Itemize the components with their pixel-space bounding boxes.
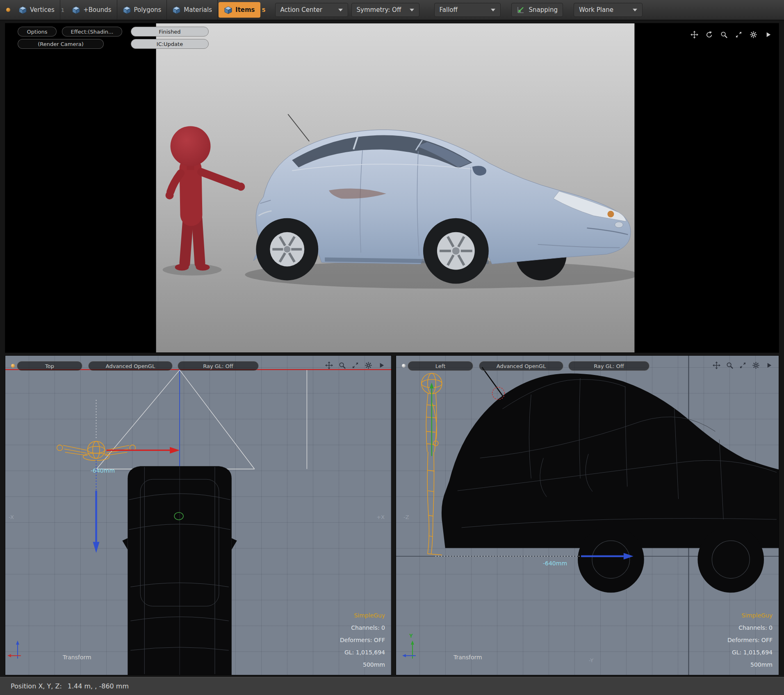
- tab-items-label: Items: [235, 6, 255, 14]
- car-wireframe-side[interactable]: [442, 367, 779, 593]
- opengl-mode-label: Advanced OpenGL: [497, 363, 546, 369]
- pan-icon[interactable]: [713, 361, 720, 369]
- camera-viewport[interactable]: Options Effect:(Shadin... Finished (Rend…: [5, 23, 779, 353]
- tab-vertices-label: Vertices: [30, 6, 55, 14]
- work-plane-label: Work Plane: [579, 6, 613, 14]
- tab-items[interactable]: Items: [219, 2, 260, 18]
- options-button[interactable]: Options: [18, 27, 57, 37]
- top-viewport[interactable]: Top Advanced OpenGL Ray GL: Off -640mm -…: [5, 355, 392, 675]
- mesh-icon: [172, 6, 181, 14]
- axis-widget: [7, 640, 21, 658]
- ic-update-label: IC:Update: [157, 41, 183, 47]
- tab-materials[interactable]: Materials: [167, 0, 218, 20]
- zoom-icon[interactable]: [720, 31, 728, 39]
- tab-polygons-label: Polygons: [134, 6, 162, 14]
- chevron-down-icon: [491, 9, 495, 11]
- rotate-icon[interactable]: [705, 31, 713, 39]
- tab-items-badge: 5: [262, 7, 266, 13]
- work-plane-dropdown[interactable]: Work Plane: [574, 3, 643, 17]
- chevron-down-icon: [410, 9, 414, 11]
- effect-button[interactable]: Effect:(Shadin...: [62, 27, 122, 37]
- tab-polygons[interactable]: Polygons: [117, 0, 167, 20]
- move-handle-z[interactable]: [93, 460, 100, 553]
- snapping-button[interactable]: Snapping: [511, 3, 563, 17]
- layout-dot-icon[interactable]: [6, 8, 10, 12]
- viewport-tool-icons: [691, 31, 772, 39]
- mesh-icon: [72, 6, 80, 14]
- left-viewport[interactable]: Left Advanced OpenGL Ray GL: Off -640mm …: [396, 355, 779, 675]
- position-value: 1.44 m, , -860 mm: [68, 682, 129, 690]
- left-view-scene[interactable]: [396, 356, 779, 675]
- maximize-icon[interactable]: [739, 361, 747, 369]
- play-icon[interactable]: [378, 361, 385, 369]
- top-view-scene[interactable]: [5, 356, 391, 675]
- snapping-icon: [517, 6, 525, 14]
- effect-label: Effect:(Shadin...: [71, 29, 114, 35]
- opengl-mode-button[interactable]: Advanced OpenGL: [479, 361, 563, 371]
- view-type-button[interactable]: Top: [17, 361, 82, 371]
- symmetry-label: Symmetry: Off: [357, 6, 401, 14]
- settings-icon[interactable]: [365, 361, 372, 369]
- mesh-icon: [18, 6, 27, 14]
- options-label: Options: [27, 29, 47, 35]
- raygl-label: Ray GL: Off: [594, 363, 624, 369]
- tab-materials-label: Materials: [184, 6, 212, 14]
- render-camera-label: (Render Camera): [38, 41, 84, 47]
- play-icon[interactable]: [764, 31, 772, 39]
- maximize-icon[interactable]: [351, 361, 359, 369]
- raygl-button[interactable]: Ray GL: Off: [178, 361, 259, 371]
- action-center-label: Action Center: [280, 6, 322, 14]
- falloff-label: Falloff: [440, 6, 458, 14]
- zoom-icon[interactable]: [338, 361, 346, 369]
- mesh-icon: [123, 6, 131, 14]
- finished-button[interactable]: Finished: [131, 27, 209, 37]
- chevron-down-icon: [338, 9, 343, 11]
- tab-vertices-badge: 1: [61, 7, 64, 13]
- zoom-icon[interactable]: [726, 361, 734, 369]
- opengl-mode-label: Advanced OpenGL: [106, 363, 155, 369]
- action-center-dropdown[interactable]: Action Center: [275, 3, 348, 17]
- snapping-label: Snapping: [529, 6, 558, 14]
- maximize-icon[interactable]: [735, 31, 743, 39]
- finished-label: Finished: [159, 29, 180, 35]
- status-bar: Position X, Y, Z: 1.44 m, , -860 mm: [0, 677, 784, 695]
- camera-frustum: [97, 370, 307, 469]
- viewport-indicator-dot[interactable]: [402, 364, 406, 368]
- opengl-mode-button[interactable]: Advanced OpenGL: [88, 361, 173, 371]
- pan-icon[interactable]: [325, 361, 333, 369]
- play-icon[interactable]: [765, 361, 773, 369]
- viewport-indicator-dot[interactable]: [11, 364, 15, 368]
- viewport-tool-icons: [713, 361, 773, 369]
- chevron-down-icon: [633, 9, 637, 11]
- render-camera-button[interactable]: (Render Camera): [18, 39, 104, 49]
- ic-update-button[interactable]: IC:Update: [131, 39, 209, 49]
- raygl-label: Ray GL: Off: [203, 363, 233, 369]
- symmetry-dropdown[interactable]: Symmetry: Off: [351, 3, 419, 17]
- viewport-tool-icons: [325, 361, 385, 369]
- raygl-button[interactable]: Ray GL: Off: [568, 361, 650, 371]
- tab-bounds-label: +Bounds: [83, 6, 111, 14]
- main-toolbar: Vertices 1 +Bounds Polygons Materials It…: [0, 0, 784, 21]
- pan-icon[interactable]: [691, 31, 698, 39]
- tab-bounds[interactable]: +Bounds: [66, 0, 117, 20]
- settings-icon[interactable]: [750, 31, 757, 39]
- view-type-label: Left: [435, 363, 445, 369]
- car-wireframe-top[interactable]: [122, 466, 237, 675]
- mesh-icon: [224, 6, 232, 14]
- camera-render-scene[interactable]: [5, 23, 779, 352]
- view-type-button[interactable]: Left: [408, 361, 473, 371]
- tab-vertices[interactable]: Vertices: [13, 0, 60, 20]
- falloff-dropdown[interactable]: Falloff: [434, 3, 501, 17]
- position-label: Position X, Y, Z:: [11, 682, 62, 690]
- view-type-label: Top: [45, 363, 54, 369]
- axis-widget: [402, 640, 416, 658]
- settings-icon[interactable]: [752, 361, 760, 369]
